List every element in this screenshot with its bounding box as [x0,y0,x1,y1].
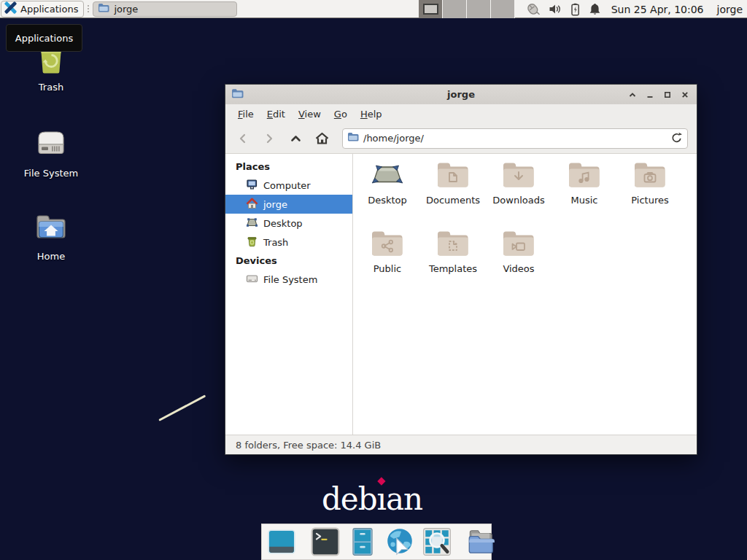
workspace-3[interactable] [467,0,491,18]
workspace-pager [419,0,515,18]
file-item-label: Videos [503,263,534,274]
sidebar-item-label: Trash [263,237,288,248]
file-item-documents[interactable]: Documents [420,160,486,218]
system-tray [525,2,601,16]
home-folder-icon [34,211,69,246]
up-button[interactable] [284,128,307,149]
sidebar-item-label: Desktop [263,218,303,229]
battery-icon[interactable] [570,3,581,16]
applications-menu-button[interactable]: Applications [1,1,84,18]
panel-clock[interactable]: Sun 25 Apr, 10:06 [611,4,704,15]
shade-button[interactable] [627,89,638,101]
file-cabinet-icon[interactable] [347,526,378,557]
file-item-label: Pictures [631,195,668,206]
notifications-icon[interactable] [589,3,601,16]
file-item-label: Downloads [492,195,544,206]
sidebar-item-trash[interactable]: Trash [225,233,352,252]
workspace-window-preview [423,4,438,15]
workspace-4[interactable] [491,0,515,18]
file-item-desktop[interactable]: Desktop [355,160,420,218]
file-item-label: Documents [426,195,480,206]
wordmark-post: an [386,481,422,517]
file-item-videos[interactable]: Videos [486,228,551,287]
xfce-logo-icon [4,1,17,16]
menu-help[interactable]: Help [354,106,389,122]
trash-icon [246,236,258,249]
folder-share-icon [370,228,405,261]
wordmark-pre: deb [322,481,377,517]
desktop-icon-label: File System [24,168,78,179]
panel-separator-handle[interactable] [85,3,91,15]
mouse-icon[interactable] [525,2,541,16]
sidebar-item-computer[interactable]: Computer [225,176,352,195]
close-button[interactable] [679,89,691,101]
terminal-icon[interactable] [310,526,341,557]
desktop-icon [370,160,405,192]
desktop-icon-home[interactable]: Home [18,211,84,262]
file-item-label: Templates [429,263,477,274]
sidebar: Places Computer [225,154,353,435]
home-icon [246,198,258,211]
menu-view[interactable]: View [292,106,328,122]
volume-icon[interactable] [549,3,562,15]
wordmark-i: ı [377,481,386,517]
path-input[interactable] [363,133,666,144]
top-panel: Applications jorge [0,0,747,18]
hard-drive-icon [34,128,69,163]
file-item-public[interactable]: Public [355,228,420,287]
desktop-settings-icon[interactable] [266,526,297,557]
maximize-button[interactable] [662,89,673,101]
home-button[interactable] [310,128,333,149]
menubar: File Edit View Go Help [225,104,697,123]
sidebar-header-places: Places [225,158,352,176]
folder-download-icon [501,160,536,192]
panel-right-cluster: Sun 25 Apr, 10:06 jorge [419,0,744,18]
folder-icon [347,132,359,144]
folder-video-icon [501,228,536,261]
menu-file[interactable]: File [231,106,260,122]
file-item-pictures[interactable]: Pictures [617,160,683,218]
debian-wordmark: debıan [322,481,422,517]
menu-go[interactable]: Go [328,106,354,122]
sidebar-item-label: File System [263,274,317,285]
sidebar-header-devices: Devices [225,252,352,270]
folder-camera-icon [632,160,667,192]
folder-icon[interactable] [465,526,496,557]
sidebar-item-jorge[interactable]: jorge [225,195,352,214]
sidebar-item-desktop[interactable]: Desktop [225,214,352,233]
web-browser-icon[interactable] [384,526,415,557]
applications-menu-label: Applications [20,4,78,15]
back-button[interactable] [231,128,255,149]
application-finder-icon[interactable] [422,526,452,557]
sidebar-item-file-system[interactable]: File System [225,270,352,289]
computer-icon [246,179,258,192]
desktop-icon-file-system[interactable]: File System [18,128,84,179]
file-item-label: Public [374,263,401,274]
applications-tooltip: Applications [6,24,82,52]
file-item-downloads[interactable]: Downloads [486,160,551,218]
desktop-icon [246,217,258,230]
menu-edit[interactable]: Edit [260,106,292,122]
folder-music-icon [567,160,602,192]
refresh-icon[interactable] [670,131,683,146]
file-item-music[interactable]: Music [551,160,617,218]
toolbar [225,123,697,154]
statusbar-text: 8 folders, Free space: 14.4 GiB [236,440,381,451]
file-item-label: Desktop [368,195,407,206]
statusbar: 8 folders, Free space: 14.4 GiB [225,435,697,454]
cursor-trail-line [158,394,206,421]
minimize-button[interactable] [644,89,656,101]
panel-username[interactable]: jorge [717,4,743,15]
workspace-2[interactable] [443,0,467,18]
wordmark-dotless-i: ı [377,481,386,517]
forward-button[interactable] [258,128,281,149]
path-bar[interactable] [342,128,688,149]
workspace-1[interactable] [419,0,443,18]
file-item-templates[interactable]: Templates [420,228,486,287]
taskbar-button-jorge[interactable]: jorge [93,1,237,17]
window-titlebar[interactable]: jorge [225,85,697,104]
desktop-icon-label: Home [37,251,65,262]
desktop-icon-label: Trash [39,82,63,93]
folder-icon [98,3,109,15]
folder-template-icon [436,228,471,261]
